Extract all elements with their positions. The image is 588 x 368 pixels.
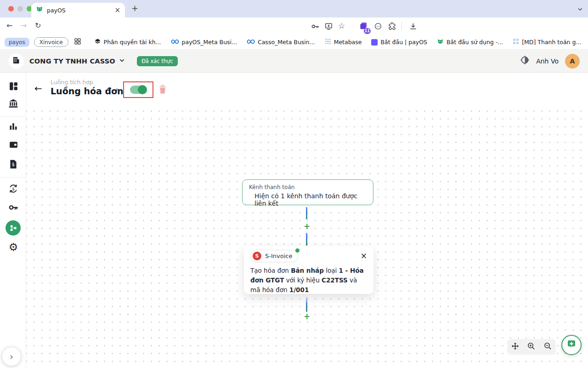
browser-window: payOS × + ← → ↻ my.payos.vn/5f54c4eb1d88…: [0, 0, 588, 368]
delete-workflow-icon[interactable]: [158, 85, 167, 96]
downloads-icon[interactable]: [409, 22, 418, 33]
browser-tab[interactable]: payOS ×: [31, 3, 125, 17]
meta-icon: [171, 39, 179, 46]
user-name[interactable]: Anh Vo: [536, 58, 559, 65]
company-avatar[interactable]: [8, 53, 24, 69]
tab-close-icon[interactable]: ×: [114, 6, 120, 14]
purple-square-icon: [371, 39, 378, 46]
connector-line: [306, 207, 307, 219]
svg-text:$: $: [12, 186, 15, 191]
add-step-button[interactable]: +: [301, 222, 312, 231]
bookmark-label: Bắt đầu sử dụng -...: [447, 39, 503, 46]
tab-group-pill-xinvoice[interactable]: Xinvoice: [34, 37, 68, 47]
bookmark-label: Phân quyền tài kh...: [104, 39, 161, 46]
sinvoice-chip-label: S-Invoice: [265, 253, 292, 259]
sinvoice-logo-icon: S: [253, 252, 261, 260]
bookmark-item[interactable]: Casso_Meta Busin...: [247, 39, 315, 46]
install-app-icon[interactable]: [324, 22, 333, 33]
forward-icon[interactable]: →: [21, 21, 27, 30]
layers-icon: [94, 38, 101, 46]
bookmark-item[interactable]: Bắt đầu | payOS: [371, 39, 427, 46]
bookmark-label: Bắt đầu | payOS: [380, 39, 427, 46]
sidebar-settings-icon[interactable]: ⚙: [8, 242, 19, 253]
reload-icon[interactable]: ↻: [35, 21, 41, 30]
extension-circle-icon[interactable]: [374, 22, 382, 32]
toolbar-separator: [401, 22, 402, 31]
connector-line: [306, 233, 307, 246]
workflow-canvas[interactable]: ← Luồng tích hợp Luồng hóa đơn Kênh than…: [26, 73, 588, 368]
bookmark-item[interactable]: Phân quyền tài kh...: [94, 38, 161, 46]
toggle-knob: [138, 85, 147, 94]
meta-icon: [247, 39, 255, 46]
sidebar-workflow-item-active[interactable]: [6, 220, 21, 236]
bookmark-item[interactable]: Bắt đầu sử dụng -...: [437, 38, 503, 46]
tab-group-pill[interactable]: payos: [5, 38, 29, 47]
chevron-down-icon[interactable]: [119, 57, 125, 65]
sinvoice-description: Tạo hóa đơn Bản nháp loại 1 - Hóa đơn GT…: [250, 266, 367, 295]
pan-icon[interactable]: [511, 342, 520, 352]
traffic-close-button[interactable]: [8, 6, 14, 12]
sidebar: $ $ ⚙ ›: [0, 73, 26, 368]
sinvoice-chip: S S-Invoice: [250, 250, 298, 262]
add-step-button[interactable]: +: [301, 312, 312, 321]
connector-line: [306, 297, 307, 312]
app-header: CONG TY TNHH CASSO Đã xác thực Anh Vo A: [0, 50, 588, 73]
bookmark-label: Metabase: [334, 39, 362, 46]
sidebar-wallet-icon[interactable]: [8, 140, 19, 151]
back-icon[interactable]: ←: [6, 21, 12, 30]
page-title: Luồng hóa đơn: [51, 86, 124, 96]
bookmark-item[interactable]: [MD] Thanh toán g...: [513, 38, 581, 46]
node-label: Kênh thanh toán: [249, 184, 367, 190]
tab-title: payOS: [47, 7, 114, 14]
bookmark-item[interactable]: payOS_Meta Busi...: [171, 39, 237, 46]
sidebar-expand-button[interactable]: ›: [2, 347, 21, 366]
verified-badge: Đã xác thực: [137, 56, 178, 66]
metabase-icon: [325, 38, 331, 46]
node-close-icon[interactable]: ×: [361, 252, 367, 260]
svg-text:$: $: [12, 162, 15, 167]
extension-badge: 11: [364, 28, 371, 34]
md-grid-icon: [513, 38, 519, 46]
new-tab-button[interactable]: +: [131, 3, 138, 13]
dark-mode-icon[interactable]: [520, 55, 530, 67]
sidebar-bank-icon[interactable]: [8, 98, 19, 110]
bookmarks-bar: payos Xinvoice Phân quyền tài kh... payO…: [0, 35, 588, 50]
sidebar-apikey-icon[interactable]: [8, 202, 19, 214]
payos-favicon-icon: [36, 6, 43, 15]
extension-purple-icon[interactable]: 11: [359, 22, 368, 32]
sidebar-dashboard-icon[interactable]: [8, 81, 19, 93]
casso-cat-icon: [437, 38, 444, 46]
sidebar-chart-icon[interactable]: [8, 122, 19, 133]
apps-grid-icon[interactable]: [74, 38, 81, 46]
sidebar-transactions-icon[interactable]: $: [8, 184, 19, 196]
breadcrumb: Luồng tích hợp: [51, 79, 93, 86]
zoom-in-icon[interactable]: [527, 342, 536, 352]
node-value: Hiện có 1 kênh thanh toán được liên kết: [254, 192, 367, 207]
back-arrow-icon[interactable]: ←: [34, 83, 42, 94]
user-avatar[interactable]: A: [565, 54, 580, 69]
browser-toolbar: ← → ↻ my.payos.vn/5f54c4eb1d8811ee9d8342…: [0, 17, 588, 35]
bookmark-label: Casso_Meta Busin...: [258, 39, 315, 46]
bookmark-label: [MD] Thanh toán g...: [522, 39, 581, 46]
chat-sparkle-icon: [566, 339, 577, 351]
passwords-key-icon[interactable]: [311, 22, 319, 33]
sinvoice-node[interactable]: S S-Invoice × Tạo hóa đơn Bản nháp loại …: [244, 246, 373, 294]
tab-strip: payOS × +: [0, 0, 588, 17]
traffic-minimize-button[interactable]: [17, 6, 23, 12]
company-name[interactable]: CONG TY TNHH CASSO: [29, 58, 115, 65]
zoom-out-icon[interactable]: [543, 342, 552, 352]
status-dot: [295, 248, 300, 253]
bookmark-star-icon[interactable]: ☆: [338, 21, 345, 30]
building-icon: [11, 56, 21, 67]
support-chat-button[interactable]: [561, 335, 582, 355]
payment-channel-node[interactable]: Kênh thanh toán Hiện có 1 kênh thanh toá…: [242, 179, 373, 205]
tab-strip-chevron-icon[interactable]: [577, 6, 583, 14]
workflow-enabled-toggle[interactable]: [130, 86, 147, 94]
bookmark-label: payOS_Meta Busi...: [182, 39, 237, 46]
canvas-controls: [507, 339, 556, 355]
extensions-puzzle-icon[interactable]: [388, 22, 396, 33]
bookmark-item[interactable]: Metabase: [325, 38, 362, 46]
sidebar-invoice-icon[interactable]: $: [8, 159, 19, 171]
